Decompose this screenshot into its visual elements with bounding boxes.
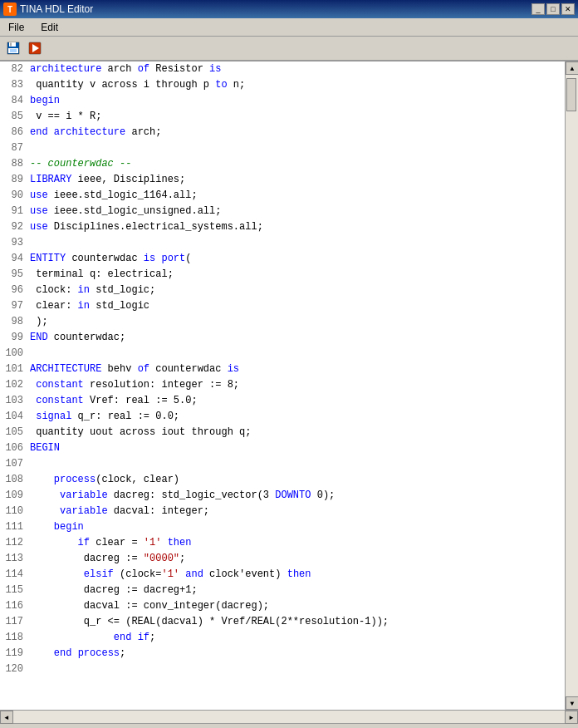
code-line-109: 109 variable dacreg: std_logic_vector(3 … xyxy=(0,488,565,504)
menu-bar: File Edit xyxy=(0,18,578,37)
scroll-up-arrow[interactable]: ▲ xyxy=(566,61,578,75)
code-line-103: 103 constant Vref: real := 5.0; xyxy=(0,393,565,409)
code-line-118: 118 end if; xyxy=(0,630,565,646)
code-line-119: 119 end process; xyxy=(0,646,565,662)
scroll-down-arrow[interactable]: ▼ xyxy=(566,696,578,710)
editor-container: 82 architecture arch of Resistor is 83 q… xyxy=(0,61,578,710)
code-line-82: 82 architecture arch of Resistor is xyxy=(0,61,565,77)
maximize-button[interactable]: □ xyxy=(546,3,560,15)
minimize-button[interactable]: _ xyxy=(531,3,545,15)
status-bar: Line:1 Col:1 xyxy=(0,723,578,728)
run-icon xyxy=(28,42,42,55)
code-line-115: 115 dacreg := dacreg+1; xyxy=(0,583,565,598)
horizontal-scrollbar[interactable]: ◄ ► xyxy=(0,710,578,723)
code-line-106: 106 BEGIN xyxy=(0,440,565,456)
code-line-116: 116 dacval := conv_integer(dacreg); xyxy=(0,598,565,614)
editor-scroll[interactable]: 82 architecture arch of Resistor is 83 q… xyxy=(0,61,565,710)
code-line-105: 105 quantity uout across iout through q; xyxy=(0,425,565,440)
save-icon xyxy=(7,42,20,55)
code-line-91: 91 use ieee.std_logic_unsigned.all; xyxy=(0,204,565,219)
vertical-scrollbar[interactable]: ▲ ▼ xyxy=(565,61,578,710)
close-button[interactable]: ✕ xyxy=(561,3,575,15)
code-line-99: 99 END counterwdac; xyxy=(0,330,565,346)
app-icon: T xyxy=(3,2,17,16)
window-title: TINA HDL Editor xyxy=(20,3,93,15)
code-line-104: 104 signal q_r: real := 0.0; xyxy=(0,409,565,425)
title-bar-left: T TINA HDL Editor xyxy=(3,2,93,16)
scroll-left-arrow[interactable]: ◄ xyxy=(0,711,13,724)
code-line-86: 86 end architecture arch; xyxy=(0,125,565,140)
code-line-90: 90 use ieee.std_logic_1164.all; xyxy=(0,188,565,204)
code-line-101: 101 ARCHITECTURE behv of counterwdac is xyxy=(0,362,565,377)
code-line-98: 98 ); xyxy=(0,314,565,330)
code-line-114: 114 elsif (clock='1' and clock'event) th… xyxy=(0,567,565,583)
menu-edit[interactable]: Edit xyxy=(36,20,63,35)
code-line-110: 110 variable dacval: integer; xyxy=(0,504,565,519)
scroll-right-arrow[interactable]: ► xyxy=(565,711,578,724)
toolbar xyxy=(0,37,578,61)
code-line-96: 96 clock: in std_logic; xyxy=(0,283,565,298)
code-line-117: 117 q_r <= (REAL(dacval) * Vref/REAL(2**… xyxy=(0,614,565,630)
title-bar: T TINA HDL Editor _ □ ✕ xyxy=(0,0,578,18)
code-line-84: 84 begin xyxy=(0,93,565,109)
save-button[interactable] xyxy=(3,38,23,58)
code-line-92: 92 use Disciplines.electrical_systems.al… xyxy=(0,219,565,235)
scroll-thumb-v[interactable] xyxy=(566,78,576,111)
menu-file[interactable]: File xyxy=(3,20,29,35)
code-line-113: 113 dacreg := "0000"; xyxy=(0,551,565,567)
svg-rect-2 xyxy=(10,43,12,47)
code-area: 82 architecture arch of Resistor is 83 q… xyxy=(0,61,565,677)
scroll-track-h[interactable] xyxy=(13,711,565,723)
scroll-track-v[interactable] xyxy=(566,75,578,696)
code-line-93: 93 xyxy=(0,235,565,251)
code-line-111: 111 begin xyxy=(0,519,565,535)
code-line-112: 112 if clear = '1' then xyxy=(0,535,565,551)
code-line-94: 94 ENTITY counterwdac is port( xyxy=(0,251,565,267)
svg-rect-4 xyxy=(10,49,17,52)
run-button[interactable] xyxy=(25,38,45,58)
title-buttons[interactable]: _ □ ✕ xyxy=(531,3,575,15)
code-line-100: 100 xyxy=(0,346,565,362)
code-line-88: 88 -- counterwdac -- xyxy=(0,156,565,172)
code-line-89: 89 LIBRARY ieee, Disciplines; xyxy=(0,172,565,188)
code-line-97: 97 clear: in std_logic xyxy=(0,298,565,314)
code-line-95: 95 terminal q: electrical; xyxy=(0,267,565,283)
code-line-85: 85 v == i * R; xyxy=(0,109,565,125)
code-line-102: 102 constant resolution: integer := 8; xyxy=(0,377,565,393)
code-line-108: 108 process(clock, clear) xyxy=(0,472,565,488)
code-line-107: 107 xyxy=(0,456,565,472)
code-line-120: 120 xyxy=(0,662,565,677)
code-line-87: 87 xyxy=(0,140,565,156)
code-line-83: 83 quantity v across i through p to n; xyxy=(0,77,565,93)
